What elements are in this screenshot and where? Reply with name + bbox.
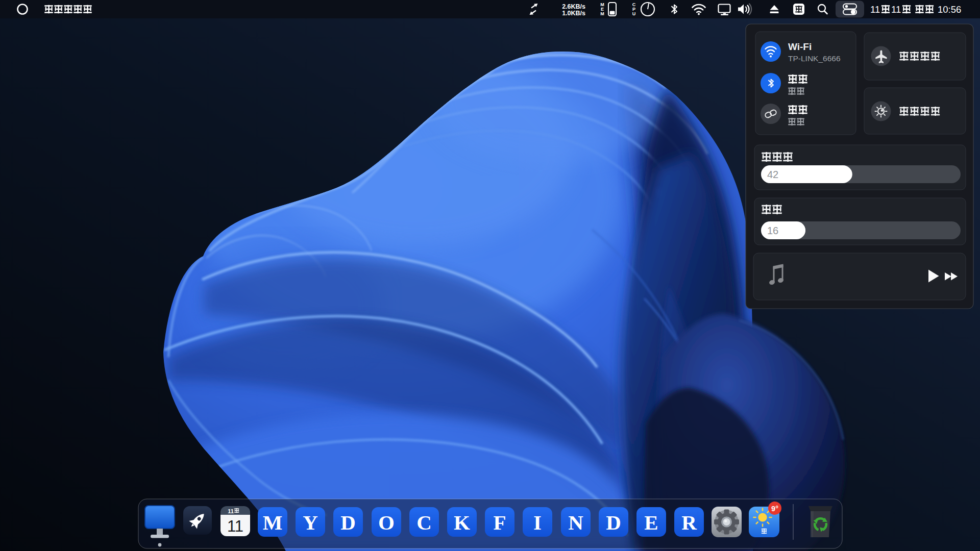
svg-text:11: 11 <box>227 517 243 535</box>
svg-text:D: D <box>340 511 356 534</box>
svg-text:C: C <box>416 511 432 534</box>
svg-text:M: M <box>600 11 604 16</box>
svg-text:11: 11 <box>870 4 880 15</box>
svg-text:R: R <box>681 511 697 534</box>
svg-text:10:56: 10:56 <box>938 4 961 15</box>
svg-text:42: 42 <box>767 169 778 180</box>
svg-text:TP-LINK_6666: TP-LINK_6666 <box>788 54 841 63</box>
svg-text:U: U <box>632 11 636 16</box>
svg-text:E: E <box>644 511 658 534</box>
svg-text:16: 16 <box>767 225 778 236</box>
svg-text:F: F <box>493 511 506 534</box>
svg-text:11: 11 <box>891 4 901 15</box>
svg-text:O: O <box>378 511 395 534</box>
svg-text:I: I <box>533 511 542 534</box>
svg-text:Wi-Fi: Wi-Fi <box>788 41 812 52</box>
svg-text:Y: Y <box>303 511 318 534</box>
svg-text:N: N <box>568 511 583 534</box>
svg-text:M: M <box>263 511 283 534</box>
svg-text:11: 11 <box>228 508 234 514</box>
svg-text:1.0KB/s: 1.0KB/s <box>562 10 585 17</box>
svg-text:K: K <box>454 511 470 534</box>
svg-text:2.6KB/s: 2.6KB/s <box>562 3 585 10</box>
svg-text:D: D <box>606 511 621 534</box>
svg-text:9°: 9° <box>771 505 778 513</box>
